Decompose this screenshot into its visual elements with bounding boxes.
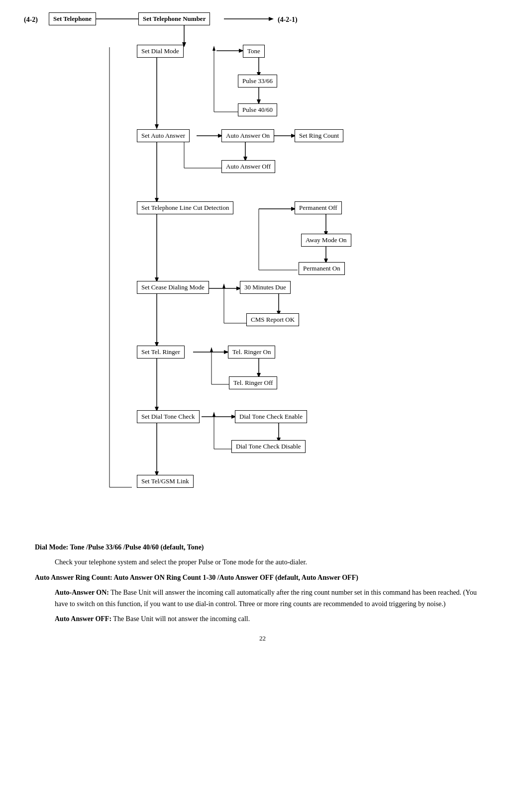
dial-tone-enable-box: Dial Tone Check Enable <box>235 410 307 423</box>
auto-answer-off-box: Auto Answer Off <box>221 160 275 173</box>
diagram-area: (4-2) Set Telephone Set Telephone Number… <box>15 10 510 532</box>
set-tel-gsm-box: Set Tel/GSM Link <box>137 475 194 488</box>
svg-marker-14 <box>212 46 215 51</box>
svg-marker-53 <box>210 347 213 352</box>
svg-marker-3 <box>269 17 274 21</box>
page-number: 22 <box>15 634 510 642</box>
pulse-33-box: Pulse 33/66 <box>238 75 277 88</box>
tel-ringer-on-box: Tel. Ringer On <box>228 346 275 359</box>
pulse-40-box: Pulse 40/60 <box>238 103 277 116</box>
set-telephone-box: Set Telephone <box>49 12 96 25</box>
set-tel-line-box: Set Telephone Line Cut Detection <box>137 201 233 214</box>
set-tel-ringer-box: Set Tel. Ringer <box>137 346 185 359</box>
auto-answer-heading: Auto Answer Ring Count: Auto Answer ON R… <box>35 574 358 581</box>
text-content: Dial Mode: Tone /Pulse 33/66 /Pulse 40/6… <box>15 542 510 625</box>
svg-marker-16 <box>155 124 159 129</box>
set-cease-box: Set Cease Dialing Mode <box>137 281 209 294</box>
permanent-off-box: Permanent Off <box>295 201 342 214</box>
dial-mode-body: Check your telephone system and select t… <box>55 557 490 568</box>
thirty-min-box: 30 Minutes Due <box>240 281 291 294</box>
auto-answer-off-body: The Base Unit will not answer the incomi… <box>113 615 250 623</box>
set-ring-count-box: Set Ring Count <box>295 129 343 142</box>
permanent-on-box: Permanent On <box>299 262 345 275</box>
auto-answer-on-label: Auto-Answer ON: <box>55 589 109 596</box>
dial-tone-disable-box: Dial Tone Check Disable <box>231 440 306 453</box>
tone-box: Tone <box>243 45 265 58</box>
tel-ringer-off-box: Tel. Ringer Off <box>229 376 277 389</box>
set-telephone-number-box: Set Telephone Number <box>138 12 210 25</box>
auto-answer-on-box: Auto Answer On <box>221 129 274 142</box>
auto-answer-on-body: The Base Unit will answer the incoming c… <box>55 589 477 607</box>
set-dial-tone-box: Set Dial Tone Check <box>137 410 200 423</box>
dial-mode-heading: Dial Mode: Tone /Pulse 33/66 /Pulse 40/6… <box>35 543 204 551</box>
auto-answer-off-label: Auto Answer OFF: <box>55 615 111 623</box>
svg-marker-62 <box>212 412 215 417</box>
away-mode-on-box: Away Mode On <box>301 234 351 247</box>
set-dial-mode-box: Set Dial Mode <box>137 45 184 58</box>
header-left-label: (4-2) <box>20 14 42 26</box>
svg-marker-44 <box>222 283 225 288</box>
diagram-svg <box>15 10 510 532</box>
cms-report-box: CMS Report OK <box>246 313 299 326</box>
header-right-label: (4-2-1) <box>274 14 302 26</box>
set-auto-answer-box: Set Auto Answer <box>137 129 190 142</box>
